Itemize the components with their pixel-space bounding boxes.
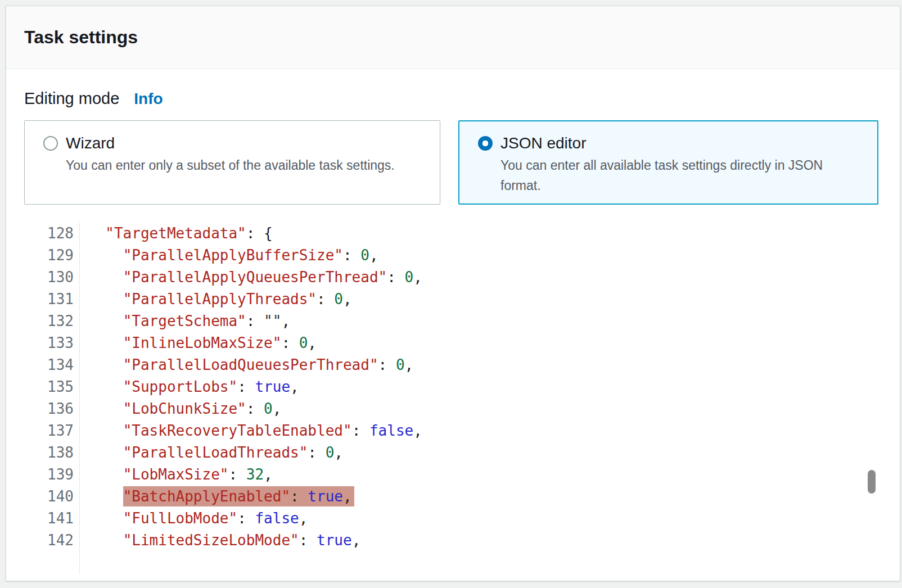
code-token-num: 0 <box>405 269 414 286</box>
code-token-indent <box>88 247 123 264</box>
code-token-plain: : <box>290 488 308 505</box>
line-number: 133 <box>24 332 74 354</box>
code-token-plain: : <box>352 422 369 439</box>
code-token-str: "" <box>264 313 281 329</box>
code-token-plain: , <box>405 356 414 373</box>
code-token-key: "TargetSchema" <box>123 313 246 329</box>
wizard-option-description: You can enter only a subset of the avail… <box>66 155 395 175</box>
line-number: 137 <box>24 420 74 442</box>
code-token-key: "SupportLobs" <box>123 378 238 395</box>
code-token-plain: , <box>369 247 378 264</box>
code-token-num: 0 <box>264 400 273 417</box>
code-token-key: "LobChunkSize" <box>123 400 246 417</box>
code-token-plain: : { <box>246 225 273 242</box>
editing-mode-options: Wizard You can enter only a subset of th… <box>24 120 882 205</box>
code-token-num: 32 <box>246 466 264 483</box>
wizard-option-card[interactable]: Wizard You can enter only a subset of th… <box>24 120 440 205</box>
code-line[interactable]: "TargetSchema": "", <box>88 310 882 332</box>
code-token-plain: : <box>378 356 396 373</box>
code-line[interactable]: "ParallelLoadThreads": 0, <box>88 442 882 464</box>
code-token-plain: : <box>246 400 264 417</box>
task-settings-panel: Task settings Editing mode Info Wizard Y… <box>6 6 900 581</box>
json-editor[interactable]: 1281291301311321331341351361371381391401… <box>24 223 882 574</box>
line-numbers: 1281291301311321331341351361371381391401… <box>24 223 80 574</box>
code-line[interactable]: "ParallelApplyQueuesPerThread": 0, <box>88 266 882 288</box>
radio-selected-icon[interactable] <box>478 136 493 151</box>
line-number: 135 <box>24 376 74 398</box>
code-token-plain: : <box>246 313 264 329</box>
code-token-key: "LobMaxSize" <box>123 466 229 483</box>
code-token-plain: , <box>290 378 299 395</box>
code-token-key: "InlineLobMaxSize" <box>123 334 282 351</box>
code-line[interactable]: "SupportLobs": true, <box>88 376 882 398</box>
code-line[interactable]: "BatchApplyEnabled": true, <box>88 486 882 508</box>
code-line[interactable]: "TargetMetadata": { <box>88 223 882 245</box>
line-number: 140 <box>24 486 74 508</box>
code-token-indent <box>88 378 123 395</box>
line-number: 132 <box>24 310 74 332</box>
line-number: 136 <box>24 398 74 420</box>
code-token-num: 0 <box>396 356 405 373</box>
code-token-indent <box>88 269 123 286</box>
code-token-plain: , <box>413 422 422 439</box>
editing-mode-label-row: Editing mode Info <box>24 89 882 108</box>
code-token-indent <box>88 225 105 242</box>
code-line[interactable]: "ParallelApplyThreads": 0, <box>88 288 882 310</box>
code-line[interactable]: "TaskRecoveryTableEnabled": false, <box>88 420 882 442</box>
code-token-key: "ParallelLoadQueuesPerThread" <box>123 356 378 373</box>
code-token-indent <box>88 444 123 461</box>
code-token-plain: , <box>264 466 273 483</box>
code-token-indent <box>88 532 123 549</box>
code-token-key: "FullLobMode" <box>123 510 238 527</box>
code-line[interactable]: "InlineLobMaxSize": 0, <box>88 332 882 354</box>
json-editor-option-card[interactable]: JSON editor You can enter all available … <box>458 120 878 205</box>
code-token-bool: false <box>369 422 413 439</box>
line-number: 131 <box>24 288 74 310</box>
highlighted-code: "BatchApplyEnabled": true, <box>123 486 354 506</box>
code-token-plain: , <box>273 400 282 417</box>
code-token-bool: true <box>308 488 343 505</box>
code-token-indent <box>88 488 123 505</box>
code-token-plain: : <box>281 334 299 351</box>
code-token-bool: true <box>255 378 290 395</box>
line-number: 134 <box>24 354 74 376</box>
json-editor-option-title: JSON editor <box>500 133 855 153</box>
code-token-indent <box>88 356 123 373</box>
code-token-plain: : <box>228 466 246 483</box>
code-line[interactable]: "ParallelApplyBufferSize": 0, <box>88 245 882 266</box>
code-line[interactable]: "LimitedSizeLobMode": true, <box>88 530 882 551</box>
code-token-plain: : <box>387 269 404 286</box>
line-number: 128 <box>24 223 74 245</box>
code-token-plain: , <box>343 488 352 505</box>
line-number: 142 <box>24 530 74 551</box>
code-token-indent <box>88 334 123 351</box>
code-token-num: 0 <box>299 334 308 351</box>
panel-header: Task settings <box>6 6 900 69</box>
code-line[interactable]: "FullLobMode": false, <box>88 508 882 530</box>
line-number: 129 <box>24 245 74 266</box>
code-token-key: "ParallelLoadThreads" <box>123 444 308 461</box>
code-token-plain: : <box>299 532 317 549</box>
code-token-plain: , <box>352 532 361 549</box>
radio-unselected-icon[interactable] <box>43 136 58 151</box>
code-token-plain: : <box>343 247 360 264</box>
json-editor-option-description: You can enter all available task setting… <box>500 155 855 196</box>
code-token-key: "LimitedSizeLobMode" <box>123 532 299 549</box>
code-line[interactable]: "ParallelLoadQueuesPerThread": 0, <box>88 354 882 376</box>
code-token-indent <box>88 510 123 527</box>
info-link[interactable]: Info <box>134 90 163 108</box>
line-number: 138 <box>24 442 74 464</box>
vertical-scrollbar-thumb[interactable] <box>868 470 876 494</box>
code-token-bool: true <box>317 532 352 549</box>
code-token-plain: : <box>317 291 334 307</box>
code-line[interactable]: "LobChunkSize": 0, <box>88 398 882 420</box>
code-token-plain: : <box>237 378 255 395</box>
code-token-key: "TargetMetadata" <box>105 225 246 242</box>
code-line[interactable]: "LobMaxSize": 32, <box>88 464 882 486</box>
code-token-plain: , <box>413 269 422 286</box>
editing-mode-label: Editing mode <box>24 89 119 108</box>
code-token-key: "BatchApplyEnabled" <box>123 488 290 505</box>
code-token-key: "TaskRecoveryTableEnabled" <box>123 422 352 439</box>
code-token-key: "ParallelApplyBufferSize" <box>123 247 343 264</box>
code-token-indent <box>88 400 123 417</box>
